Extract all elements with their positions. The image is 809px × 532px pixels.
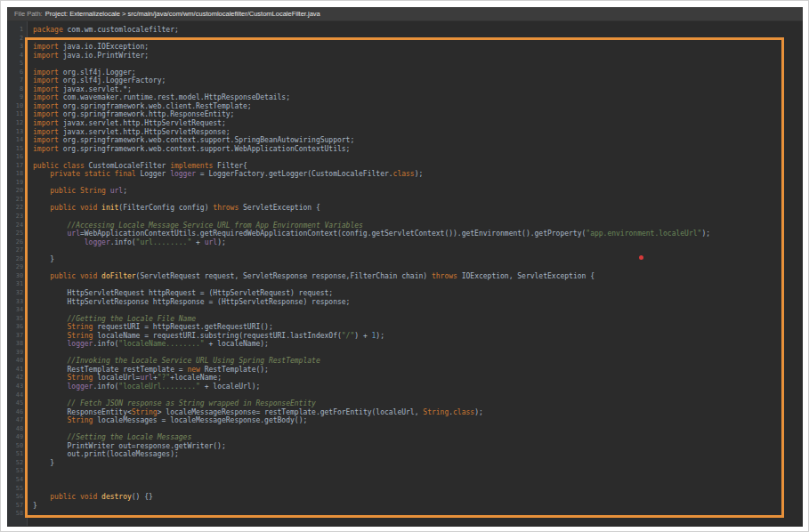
code-line[interactable]: private static final Logger logger = Log… <box>33 170 803 179</box>
code-line[interactable]: import org.springframework.http.Response… <box>33 110 803 119</box>
code-line[interactable] <box>33 196 803 205</box>
code-line[interactable]: out.print(localeMessages); <box>33 450 803 459</box>
code-line[interactable]: String requestURI = httpRequest.getReque… <box>33 323 803 332</box>
line-number: 38 <box>7 340 23 349</box>
code-line[interactable]: HttpServletRequest httpRequest = (HttpSe… <box>33 289 803 298</box>
code-line[interactable]: url=WebApplicationContextUtils.getRequir… <box>33 230 803 238</box>
code-line[interactable]: PrintWriter out=response.getWriter(); <box>33 442 803 451</box>
code-token: String <box>80 187 106 195</box>
code-line[interactable]: String localeName = requestURI.substring… <box>33 332 803 341</box>
code-line[interactable]: public void init(FilterConfig config) th… <box>33 204 803 213</box>
line-number: 15 <box>7 145 23 154</box>
code-line[interactable]: logger.info("localeName........" + local… <box>33 340 803 349</box>
code-token: private static final <box>50 170 135 178</box>
code-line[interactable]: } <box>33 255 803 264</box>
code-line[interactable] <box>33 153 803 162</box>
code-line[interactable]: import org.springframework.web.client.Re… <box>33 102 803 111</box>
line-number: 25 <box>7 230 23 238</box>
line-number: 12 <box>7 119 23 128</box>
code-line[interactable]: RestTemplate restTemplate = new RestTemp… <box>33 366 803 375</box>
line-number: 57 <box>7 502 23 511</box>
code-token: Filter{ <box>213 162 247 170</box>
code-token: () {} <box>132 493 153 501</box>
code-line[interactable]: import java.io.PrintWriter; <box>33 52 803 60</box>
line-number: 18 <box>7 170 23 179</box>
code-token: org.slf4j.Logger; <box>59 69 136 77</box>
code-line[interactable]: //Invoking the Locale Service URL Using … <box>33 357 803 366</box>
line-number: 51 <box>7 450 23 459</box>
code-token: url <box>205 238 217 246</box>
code-line[interactable]: import javax.servlet.http.HttpServletRes… <box>33 128 803 137</box>
line-number: 13 <box>7 128 23 137</box>
line-number: 52 <box>7 459 23 468</box>
code-line[interactable]: import org.slf4j.LoggerFactory; <box>33 77 803 85</box>
code-line[interactable]: public class CustomLocaleFilter implemen… <box>33 162 803 171</box>
code-line[interactable] <box>33 391 803 400</box>
code-line[interactable]: import org.springframework.web.context.s… <box>33 145 803 154</box>
code-token: (ServletRequest request, ServletResponse… <box>136 272 432 280</box>
code-line[interactable] <box>33 213 803 222</box>
code-line[interactable] <box>33 280 803 289</box>
code-line[interactable]: String localeMessages = localeMessageRes… <box>33 416 803 425</box>
code-line[interactable] <box>33 246 803 255</box>
line-number: 3 <box>7 43 23 52</box>
line-number: 49 <box>7 433 23 442</box>
code-token: package <box>33 26 63 34</box>
code-line[interactable]: //Getting the Locale File Name <box>33 315 803 324</box>
code-line[interactable] <box>33 510 803 519</box>
line-number: 8 <box>7 85 23 94</box>
code-line[interactable]: //Accessing Locale Message Service URL f… <box>33 222 803 230</box>
code-line[interactable]: import java.io.IOException; <box>33 43 803 52</box>
code-line[interactable] <box>33 263 803 272</box>
code-line[interactable] <box>33 425 803 434</box>
code-line[interactable]: import org.slf4j.Logger; <box>33 69 803 77</box>
code-line[interactable]: import javax.servlet.http.HttpServletReq… <box>33 119 803 128</box>
code-line[interactable] <box>33 476 803 485</box>
code-line[interactable] <box>33 485 803 494</box>
code-editor-window: File Path:Project: Externalizelocale > s… <box>7 7 803 527</box>
line-number: 10 <box>7 102 23 111</box>
code-line[interactable]: logger.info("url........" + url); <box>33 238 803 247</box>
code-token: String <box>68 323 93 331</box>
line-number: 34 <box>7 306 23 315</box>
code-line[interactable]: import org.springframework.web.context.s… <box>33 136 803 145</box>
code-line[interactable]: // Fetch JSON response as String wrapped… <box>33 399 803 408</box>
line-number: 2 <box>7 35 23 44</box>
code-token: .info( <box>93 383 118 391</box>
code-line[interactable]: import com.wavemaker.runtime.rest.model.… <box>33 93 803 102</box>
code-token <box>33 493 50 501</box>
line-number-gutter[interactable]: 1234567891011121314151617181920212223242… <box>7 21 28 526</box>
code-line[interactable]: package com.wm.customlocalefilter; <box>33 26 803 35</box>
line-number: 24 <box>7 222 23 230</box>
code-token <box>33 399 68 407</box>
code-line[interactable] <box>33 306 803 315</box>
code-line[interactable]: } <box>33 502 803 511</box>
code-line[interactable]: public void destroy() {} <box>33 493 803 502</box>
code-line[interactable] <box>33 467 803 476</box>
code-token: logger <box>68 383 93 391</box>
code-line[interactable]: ResponseEntity<String> localeMessageResp… <box>33 408 803 417</box>
line-number: 11 <box>7 110 23 119</box>
code-line[interactable]: } <box>33 459 803 468</box>
line-number: 21 <box>7 196 23 205</box>
code-line[interactable]: HttpServletResponse httpResponse = (Http… <box>33 298 803 307</box>
code-line[interactable] <box>33 35 803 44</box>
code-line[interactable] <box>33 349 803 358</box>
line-number: 48 <box>7 425 23 434</box>
code-line[interactable]: import javax.servlet.*; <box>33 85 803 94</box>
code-token: "/" <box>342 332 354 340</box>
code-area[interactable]: package com.wm.customlocalefilter;import… <box>28 21 803 526</box>
code-line[interactable]: String localeUrl=url+"?"+localeName; <box>33 374 803 383</box>
code-token <box>33 272 50 280</box>
code-token: import <box>33 77 59 85</box>
code-line[interactable]: public String url; <box>33 187 803 196</box>
code-token: url <box>140 374 152 382</box>
code-line[interactable]: //Setting the Locale Messages <box>33 433 803 442</box>
line-number: 44 <box>7 391 23 400</box>
code-line[interactable] <box>33 60 803 69</box>
code-line[interactable] <box>33 179 803 188</box>
code-token: ); <box>474 408 483 416</box>
code-line[interactable]: logger.info("localeUrl........" + locale… <box>33 383 803 391</box>
code-token: javax.servlet.http.HttpServletRequest; <box>59 119 226 127</box>
code-line[interactable]: public void doFilter(ServletRequest requ… <box>33 272 803 281</box>
